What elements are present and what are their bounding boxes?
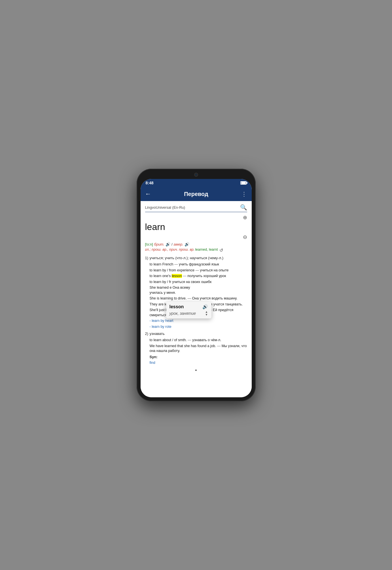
ex-en-4: to learn by / fr xyxy=(150,280,171,284)
link-learn-by-rote: - learn by rote xyxy=(150,324,247,330)
ex-dash-2: — xyxy=(195,268,200,272)
ex-dash-1: — xyxy=(174,262,179,266)
syn-label: Syn: xyxy=(150,355,158,359)
zoom-out-row: ⊖ xyxy=(145,234,247,240)
arrow-down-icon: ▼ xyxy=(205,313,208,316)
amer-speaker-button[interactable]: 🔊 xyxy=(185,242,189,246)
dictionary-name: LingvoUniversal (En-Ru) xyxy=(145,205,185,210)
phone-frame: 8:48 ← Перевод ⋮ LingvoUniversal (En-Ru)… xyxy=(137,169,256,401)
link-learn-by-heart: - learn by heart xyxy=(150,318,247,324)
bullet-1: - xyxy=(150,319,152,323)
ex-ru-3: получить хороший урок xyxy=(187,274,226,278)
examples-1: to learn French — учить французский язык… xyxy=(145,262,247,329)
ex-ru-4: учиться на своих ошибк xyxy=(172,280,211,284)
example-2-1: to learn about / of smth. — узнавать о ч… xyxy=(150,338,247,343)
tooltip-speaker-button[interactable]: 🔊 xyxy=(202,304,208,309)
example-6: She is learning to drive. — Она учится в… xyxy=(150,296,247,301)
ex-ru-2: учиться на опыте xyxy=(200,268,228,272)
def-num-2: 2) xyxy=(145,332,149,336)
search-button[interactable]: 🔍 xyxy=(240,204,247,211)
example-4: to learn by / fr учиться на своих ошибк xyxy=(150,280,247,285)
app-bar-title: Перевод xyxy=(184,191,208,197)
def-text-2: узнавать xyxy=(150,332,165,336)
ex-en-2-1: to learn about / of smth. xyxy=(150,338,187,342)
grammar-row: гл.; прош. вр., прич. прош. вр. learned,… xyxy=(145,248,247,253)
zoom-in-button[interactable]: ⊕ xyxy=(243,214,247,221)
status-bar: 8:48 xyxy=(141,179,252,187)
bullet-2: - xyxy=(150,325,152,329)
examples-2: to learn about / of smth. — узнавать о ч… xyxy=(145,338,247,366)
grammar-label: гл.; прош. вр., прич. прош. вр. xyxy=(145,248,195,252)
tooltip-translation: урок, занятие xyxy=(169,311,196,316)
ex-en-6: She is learning to drive. xyxy=(150,296,187,300)
camera xyxy=(194,173,198,177)
bottom-dot: • xyxy=(145,366,247,375)
tooltip-arrows[interactable]: ▲ ▼ xyxy=(205,311,208,316)
ex-en-3: to learn one's xyxy=(150,274,172,278)
example-1: to learn French — учить французский язык xyxy=(150,262,247,267)
syn-word-link[interactable]: find xyxy=(150,361,155,365)
dictionary-name-row: LingvoUniversal (En-Ru) 🔍 xyxy=(145,204,247,211)
example-2-2: We have learned that she has found a job… xyxy=(150,344,247,354)
definition-2: 2) узнавать xyxy=(145,331,247,336)
forms: learned, learnt xyxy=(195,248,218,252)
tooltip-word: lesson xyxy=(169,304,184,309)
content-area: LingvoUniversal (En-Ru) 🔍 ⊕ learn ⊖ [lɜː… xyxy=(141,201,252,397)
slash: / xyxy=(171,242,173,246)
ex-dash-6: — xyxy=(188,296,192,300)
example-5: She learned e Она всемуучилась у меня. xyxy=(150,285,247,295)
def-num-1: 1) xyxy=(145,256,149,260)
reload-button[interactable]: ↺ xyxy=(219,248,223,253)
app-bar: ← Перевод ⋮ xyxy=(141,187,252,201)
ex-en-5: She learned e xyxy=(150,286,172,290)
def-text-1: учиться; учить (что-л.); научиться (чему… xyxy=(150,256,224,260)
zoom-in-row: ⊕ xyxy=(145,214,247,221)
battery-indicator xyxy=(240,181,247,185)
amer-label: амер. xyxy=(174,242,183,246)
pronunciation-row: [lɜːn] брит. 🔊 / амер. 🔊 xyxy=(145,242,247,246)
status-time: 8:48 xyxy=(146,181,154,185)
lesson-tooltip: lesson 🔊 урок, занятие ▲ ▼ xyxy=(166,302,211,318)
ex-dash-3: — xyxy=(183,274,187,278)
ex-dash-2-2: — xyxy=(217,344,222,348)
syn-row: Syn: xyxy=(150,354,247,360)
ex-en-2: to learn by / from experience xyxy=(150,268,194,272)
definition-1: 1) учиться; учить (что-л.); научиться (ч… xyxy=(145,255,247,260)
battery-fill xyxy=(241,182,246,184)
headword: learn xyxy=(145,222,247,232)
example-3: to learn one's lesson — получить хороший… xyxy=(150,274,247,279)
separator xyxy=(145,212,247,212)
ipa-transcription: [lɜːn] xyxy=(145,242,153,246)
brit-speaker-button[interactable]: 🔊 xyxy=(166,242,170,246)
ex-ru-1: учить французский язык xyxy=(179,262,219,266)
phone-screen: 8:48 ← Перевод ⋮ LingvoUniversal (En-Ru)… xyxy=(141,179,252,397)
ex-en-2-2: We have learned that she has found a job… xyxy=(150,344,216,348)
zoom-out-button[interactable]: ⊖ xyxy=(243,234,247,240)
ex-en-1: to learn French xyxy=(150,262,173,266)
highlighted-lesson: lesson xyxy=(172,274,182,278)
link-learn-by-rote-anchor[interactable]: learn by rote xyxy=(152,325,171,329)
tooltip-word-row: lesson 🔊 xyxy=(169,304,208,309)
back-button[interactable]: ← xyxy=(145,190,151,198)
ex-dash-2-1: — xyxy=(188,338,192,342)
menu-button[interactable]: ⋮ xyxy=(241,191,247,197)
ex-ru-2-1: узнавать о чём-л. xyxy=(192,338,221,342)
link-learn-by-heart-anchor[interactable]: learn by heart xyxy=(152,319,173,323)
example-2: to learn by / from experience — учиться … xyxy=(150,268,247,273)
tooltip-translation-row: урок, занятие ▲ ▼ xyxy=(169,311,208,316)
syn-word-row: find xyxy=(150,360,247,366)
ex-ru-6: Она учится водить машину. xyxy=(192,296,238,300)
brit-label: брит. xyxy=(154,242,164,246)
